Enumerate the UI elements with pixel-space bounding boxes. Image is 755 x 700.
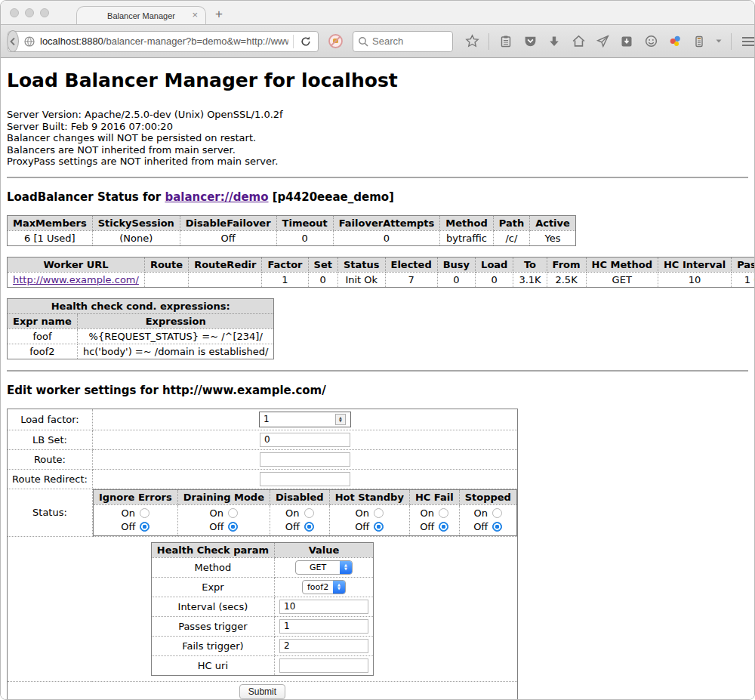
- window-zoom-button[interactable]: [40, 8, 49, 17]
- status-hot-standby-cell: On Off: [329, 504, 409, 535]
- hc-params-cell: Health Check param Value Method GET ▲▼: [8, 536, 518, 681]
- expr-select[interactable]: foof2 ▲▼: [302, 580, 346, 594]
- radio-hc-fail-off[interactable]: [439, 522, 448, 532]
- window-minimize-button[interactable]: [25, 8, 34, 17]
- worker-url-link[interactable]: http://www.example.com/: [13, 274, 139, 285]
- load-factor-input[interactable]: [260, 413, 335, 425]
- colored-dots-icon: [668, 34, 683, 48]
- header-cell: MaxMembers: [8, 215, 93, 230]
- off-label: Off: [473, 520, 488, 534]
- submit-cell: Submit: [8, 681, 518, 700]
- balancer-inherit-line: Balancers are NOT inherited from main se…: [7, 144, 748, 156]
- extension-colored-dots-button[interactable]: [665, 32, 685, 51]
- feedback-button[interactable]: [641, 32, 661, 51]
- header-cell: Set: [308, 257, 337, 272]
- radio-hot-standby-on[interactable]: [374, 508, 384, 518]
- downloads-button[interactable]: [544, 32, 564, 51]
- back-button[interactable]: [7, 30, 19, 52]
- window-controls: [10, 8, 49, 17]
- radio-stopped-off[interactable]: [492, 522, 502, 532]
- new-tab-button[interactable]: +: [215, 7, 223, 22]
- adblock-disabled-icon[interactable]: [328, 33, 344, 49]
- pocket-button[interactable]: [520, 32, 540, 51]
- sidebar-list-button[interactable]: [689, 32, 709, 51]
- off-label: Off: [355, 520, 369, 534]
- reading-list-button[interactable]: [496, 32, 516, 51]
- search-bar[interactable]: [353, 31, 453, 52]
- radio-stopped-on[interactable]: [492, 508, 502, 518]
- window-close-button[interactable]: [10, 8, 19, 17]
- status-header-row: Ignore Errors Draining Mode Disabled Hot…: [93, 489, 516, 504]
- header-cell: From: [547, 257, 586, 272]
- route-redirect-cell: [92, 469, 517, 489]
- lb-set-input[interactable]: [260, 433, 350, 447]
- status-radio-row: On Off On Off On Off: [93, 504, 516, 535]
- page-title: Load Balancer Manager for localhost: [7, 58, 748, 91]
- radio-draining-mode-on[interactable]: [228, 508, 238, 518]
- share-button[interactable]: [593, 32, 612, 51]
- expr-cell: foof2 ▲▼: [275, 577, 374, 597]
- header-cell: To: [513, 257, 547, 272]
- home-button[interactable]: [569, 32, 588, 51]
- load-factor-label: Load factor:: [8, 409, 93, 430]
- radio-ignore-errors-on[interactable]: [140, 508, 149, 518]
- submit-button[interactable]: Submit: [239, 684, 285, 699]
- tab-close-icon[interactable]: ×: [192, 10, 198, 20]
- fails-cell: [275, 636, 374, 655]
- header-cell: Health Check param: [151, 542, 274, 557]
- table-row: foof2 hc('body') =~ /domain is establish…: [8, 344, 274, 359]
- menu-button[interactable]: [738, 32, 755, 51]
- radio-draining-mode-off[interactable]: [228, 522, 238, 532]
- fails-trigger-input[interactable]: [279, 639, 368, 653]
- server-info: Server Version: Apache/2.5.0-dev (Unix) …: [7, 109, 748, 168]
- radio-hc-fail-on[interactable]: [439, 508, 448, 518]
- status-label: Status:: [8, 489, 93, 536]
- passes-trigger-input[interactable]: [279, 619, 368, 634]
- balancer-demo-link[interactable]: balancer://demo: [165, 190, 268, 204]
- save-to-device-button[interactable]: [617, 32, 636, 51]
- header-cell: HC Interval: [658, 257, 731, 272]
- header-cell: FailoverAttempts: [333, 215, 440, 230]
- reload-button[interactable]: [298, 35, 318, 48]
- radio-ignore-errors-off[interactable]: [140, 522, 149, 532]
- method-label: Method: [151, 557, 274, 577]
- method-cell: GET ▲▼: [275, 557, 374, 577]
- route-input[interactable]: [260, 452, 350, 467]
- tab-balancer-manager[interactable]: Balancer Manager ×: [76, 6, 206, 24]
- radio-hot-standby-off[interactable]: [374, 522, 384, 532]
- table-cell: 0: [333, 230, 440, 245]
- status-disabled-cell: On Off: [270, 504, 329, 535]
- health-check-expressions-table: Health check cond. expressions: Expr nam…: [7, 298, 274, 359]
- server-built-line: Server Built: Feb 9 2016 07:00:20: [7, 121, 748, 133]
- table-title-row: Health check cond. expressions:: [8, 298, 274, 313]
- search-input[interactable]: [372, 35, 448, 47]
- bookmark-star-button[interactable]: [462, 32, 482, 51]
- header-cell: DisableFailover: [180, 215, 276, 230]
- table-cell: 0: [276, 230, 333, 245]
- divider: [7, 177, 748, 178]
- table-row: 6 [1 Used] (None) Off 0 0 bytraffic /c/ …: [8, 230, 576, 245]
- header-cell: Status: [337, 257, 385, 272]
- star-icon: [465, 34, 479, 48]
- header-cell: RouteRedir: [189, 257, 262, 272]
- sidebar-caret-button[interactable]: [713, 32, 724, 51]
- off-label: Off: [121, 520, 135, 534]
- method-select[interactable]: GET ▲▼: [295, 560, 353, 575]
- chevron-down-icon: [716, 39, 722, 43]
- radio-disabled-on[interactable]: [304, 508, 314, 518]
- table-cell: [144, 272, 188, 287]
- route-redirect-input[interactable]: [260, 472, 350, 486]
- radio-disabled-off[interactable]: [304, 522, 314, 532]
- status-options-table: Ignore Errors Draining Mode Disabled Hot…: [93, 489, 517, 536]
- site-identity-globe-icon[interactable]: [23, 35, 35, 48]
- expr-select-value: foof2: [303, 581, 333, 594]
- hc-row-passes: Passes trigger: [151, 616, 373, 636]
- interval-input[interactable]: [279, 600, 368, 614]
- table-cell: 2.5K: [547, 272, 586, 287]
- expression-cell: hc('body') =~ /domain is established/: [77, 344, 274, 359]
- number-stepper-icon[interactable]: ▲▼: [335, 414, 346, 425]
- form-row-route-redirect: Route Redirect:: [8, 469, 518, 489]
- hc-uri-input[interactable]: [279, 658, 368, 673]
- url-text[interactable]: localhost:8880/balancer-manager?b=demo&w…: [40, 35, 288, 47]
- url-bar[interactable]: localhost:8880/balancer-manager?b=demo&w…: [8, 31, 319, 52]
